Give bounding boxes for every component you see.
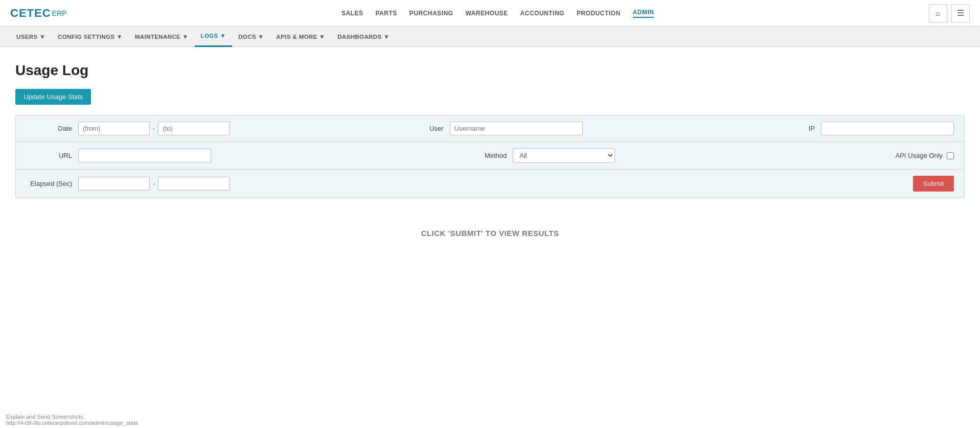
subnav-dashboards[interactable]: DASHBOARDS ▼ [331, 27, 396, 47]
date-separator: - [153, 125, 155, 132]
subnav-apis-more[interactable]: APIS & MORE ▼ [270, 27, 331, 47]
method-group: Method All GET POST PUT DELETE [461, 148, 875, 163]
elapsed-group: Elapsed (Sec) - [26, 177, 913, 191]
logo-erp: ERP [52, 9, 67, 17]
subnav-config-settings[interactable]: CONFIG SETTINGS ▼ [52, 27, 129, 47]
top-nav-right: ⌕ ☰ [929, 4, 970, 22]
top-nav: CETEC ERP SALES PARTS PURCHASING WAREHOU… [0, 0, 980, 27]
user-group: User [398, 122, 749, 135]
api-usage-checkbox[interactable] [947, 152, 954, 159]
method-label: Method [461, 152, 507, 159]
elapsed-to-input[interactable] [158, 177, 230, 191]
subnav-users[interactable]: USERS ▼ [10, 27, 52, 47]
user-label: User [398, 125, 444, 132]
filter-box: Date - User IP 8.8.8.8 URL Method [15, 115, 965, 198]
nav-sales[interactable]: SALES [341, 10, 363, 17]
sub-nav: USERS ▼ CONFIG SETTINGS ▼ MAINTENANCE ▼ … [0, 27, 980, 47]
url-input[interactable] [78, 149, 211, 162]
api-usage-label: API Usage Only [896, 152, 943, 159]
submit-button[interactable]: Submit [913, 176, 954, 192]
elapsed-from-input[interactable] [78, 177, 150, 191]
subnav-maintenance[interactable]: MAINTENANCE ▼ [129, 27, 195, 47]
nav-production[interactable]: PRODUCTION [577, 10, 621, 17]
ip-group: IP 8.8.8.8 [769, 122, 954, 135]
user-input[interactable] [450, 122, 583, 135]
elapsed-label: Elapsed (Sec) [26, 180, 72, 187]
results-message: CLICK 'SUBMIT' TO VIEW RESULTS [15, 229, 965, 237]
search-button[interactable]: ⌕ [929, 4, 947, 22]
main-content: Usage Log Update Usage Stats Date - User… [0, 47, 980, 248]
update-usage-stats-button[interactable]: Update Usage Stats [15, 89, 91, 105]
date-group: Date - [26, 122, 377, 135]
nav-admin[interactable]: ADMIN [633, 9, 654, 18]
subnav-logs[interactable]: LOGS ▼ [195, 27, 233, 47]
top-nav-links: SALES PARTS PURCHASING WAREHOUSE ACCOUNT… [341, 9, 654, 18]
ip-input[interactable]: 8.8.8.8 [821, 122, 954, 135]
nav-warehouse[interactable]: WAREHOUSE [465, 10, 508, 17]
nav-parts[interactable]: PARTS [375, 10, 397, 17]
api-usage-group: API Usage Only [896, 152, 954, 159]
ip-label: IP [769, 125, 815, 132]
url-label: URL [26, 152, 72, 159]
method-select[interactable]: All GET POST PUT DELETE [513, 148, 615, 163]
elapsed-separator: - [153, 180, 155, 187]
logo: CETEC ERP [10, 7, 66, 20]
subnav-docs[interactable]: DOCS ▼ [232, 27, 270, 47]
url-group: URL [26, 149, 440, 162]
page-title: Usage Log [15, 62, 965, 79]
filter-row-1: Date - User IP 8.8.8.8 [16, 115, 964, 142]
filter-row-3: Elapsed (Sec) - Submit [16, 170, 964, 198]
nav-accounting[interactable]: ACCOUNTING [520, 10, 564, 17]
date-label: Date [26, 125, 72, 132]
logo-text: CETEC [10, 7, 51, 20]
nav-purchasing[interactable]: PURCHASING [409, 10, 453, 17]
date-to-input[interactable] [158, 122, 230, 135]
filter-row-2: URL Method All GET POST PUT DELETE API U… [16, 142, 964, 170]
menu-button[interactable]: ☰ [951, 4, 970, 22]
date-from-input[interactable] [78, 122, 150, 135]
